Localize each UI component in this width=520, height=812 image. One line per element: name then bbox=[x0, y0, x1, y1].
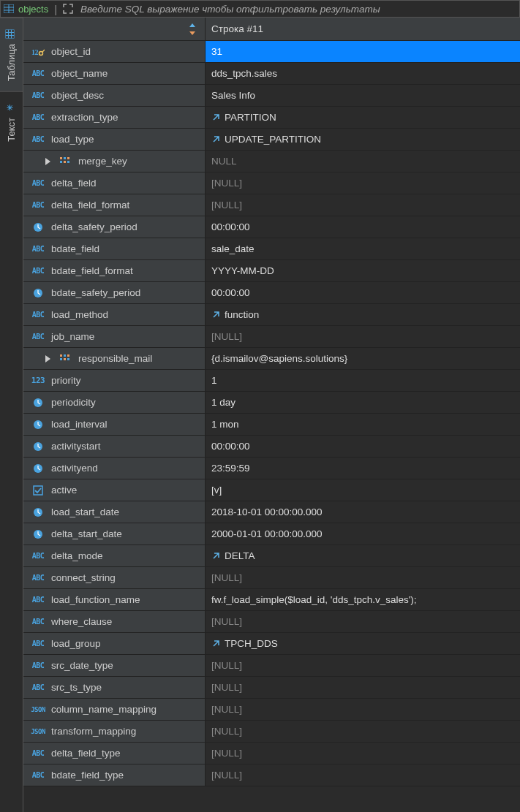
field-value-cell[interactable]: [NULL] bbox=[206, 655, 520, 676]
field-name-cell[interactable]: 123priority bbox=[23, 370, 206, 391]
field-name-cell[interactable]: activityend bbox=[23, 458, 206, 479]
field-name-cell[interactable]: ABCload_function_name bbox=[23, 589, 206, 610]
field-value-cell[interactable]: [NULL] bbox=[206, 677, 520, 698]
field-name-cell[interactable]: ABCdelta_field_type bbox=[23, 743, 206, 764]
field-value-cell[interactable]: function bbox=[206, 304, 520, 325]
field-row[interactable]: ABCbdate_fieldsale_date bbox=[23, 238, 520, 260]
field-row[interactable]: ABCwhere_clause[NULL] bbox=[23, 611, 520, 633]
field-name-cell[interactable]: ABCload_group bbox=[23, 633, 206, 654]
field-row[interactable]: merge_keyNULL bbox=[23, 151, 520, 172]
field-value-cell[interactable]: 31 bbox=[206, 41, 520, 62]
field-row[interactable]: periodicity1 day bbox=[23, 392, 520, 414]
field-name-cell[interactable]: ABCconnect_string bbox=[23, 567, 206, 588]
field-row[interactable]: bdate_safety_period00:00:00 bbox=[23, 282, 520, 304]
field-name-cell[interactable]: ABCsrc_date_type bbox=[23, 655, 206, 676]
field-value-cell[interactable]: [NULL] bbox=[206, 721, 520, 742]
field-name-cell[interactable]: merge_key bbox=[23, 151, 206, 172]
field-row[interactable]: ABCsrc_ts_type[NULL] bbox=[23, 677, 520, 699]
field-value-cell[interactable]: 00:00:00 bbox=[206, 436, 520, 457]
field-row[interactable]: load_start_date2018-10-01 00:00:00.000 bbox=[23, 501, 520, 523]
field-name-cell[interactable]: delta_safety_period bbox=[23, 216, 206, 238]
field-name-cell[interactable]: periodicity bbox=[23, 392, 206, 413]
field-name-cell[interactable]: JSONcolumn_name_mapping bbox=[23, 699, 206, 720]
field-value-cell[interactable]: [NULL] bbox=[206, 611, 520, 632]
field-value-cell[interactable]: fw.f_load_simple($load_id, 'dds_tpch.v_s… bbox=[206, 589, 520, 610]
field-value-cell[interactable]: [NULL] bbox=[206, 699, 520, 720]
fullscreen-icon[interactable] bbox=[63, 4, 73, 14]
field-row[interactable]: ABCbdate_field_type[NULL] bbox=[23, 764, 520, 786]
field-name-cell[interactable]: ABCsrc_ts_type bbox=[23, 677, 206, 698]
field-row[interactable]: ABCload_methodfunction bbox=[23, 304, 520, 326]
field-row[interactable]: ABCextraction_typePARTITION bbox=[23, 107, 520, 129]
tab-text[interactable]: Текст bbox=[0, 91, 23, 152]
field-name-cell[interactable]: JSONtransform_mapping bbox=[23, 721, 206, 742]
field-name-cell[interactable]: ABCload_method bbox=[23, 304, 206, 325]
field-value-cell[interactable]: UPDATE_PARTITION bbox=[206, 129, 520, 150]
field-value-cell[interactable]: PARTITION bbox=[206, 107, 520, 128]
field-row[interactable]: ABCsrc_date_type[NULL] bbox=[23, 655, 520, 677]
field-name-cell[interactable]: ABCdelta_mode bbox=[23, 545, 206, 566]
field-row[interactable]: ABCobject_namedds_tpch.sales bbox=[23, 63, 520, 85]
field-row[interactable]: ABCbdate_field_formatYYYY-MM-DD bbox=[23, 260, 520, 282]
field-name-cell[interactable]: ABCwhere_clause bbox=[23, 611, 206, 632]
field-row[interactable]: 123priority1 bbox=[23, 370, 520, 392]
field-name-cell[interactable]: load_start_date bbox=[23, 501, 206, 523]
field-row[interactable]: activitystart00:00:00 bbox=[23, 436, 520, 458]
field-value-cell[interactable]: NULL bbox=[206, 151, 520, 172]
field-name-cell[interactable]: ABCobject_desc bbox=[23, 85, 206, 106]
field-row[interactable]: ABCload_typeUPDATE_PARTITION bbox=[23, 129, 520, 151]
field-row[interactable]: ABCdelta_field_format[NULL] bbox=[23, 194, 520, 216]
field-value-cell[interactable]: YYYY-MM-DD bbox=[206, 260, 520, 281]
expand-arrow-icon[interactable] bbox=[45, 158, 50, 165]
field-name-cell[interactable]: 12object_id bbox=[23, 41, 206, 62]
field-row[interactable]: ABCobject_descSales Info bbox=[23, 85, 520, 107]
field-value-cell[interactable]: 1 bbox=[206, 370, 520, 391]
field-name-cell[interactable]: bdate_safety_period bbox=[23, 282, 206, 303]
column-resize-handle[interactable] bbox=[23, 18, 206, 40]
field-row[interactable]: ABCdelta_field_type[NULL] bbox=[23, 743, 520, 764]
field-value-cell[interactable]: 2000-01-01 00:00:00.000 bbox=[206, 523, 520, 545]
field-row[interactable]: activityend23:59:59 bbox=[23, 458, 520, 479]
field-value-cell[interactable]: [NULL] bbox=[206, 743, 520, 764]
field-row[interactable]: delta_safety_period00:00:00 bbox=[23, 216, 520, 238]
field-value-cell[interactable]: TPCH_DDS bbox=[206, 633, 520, 654]
field-value-cell[interactable]: [NULL] bbox=[206, 567, 520, 588]
field-row[interactable]: JSONcolumn_name_mapping[NULL] bbox=[23, 699, 520, 721]
field-row[interactable]: ABCjob_name[NULL] bbox=[23, 326, 520, 348]
field-name-cell[interactable]: activitystart bbox=[23, 436, 206, 457]
field-row[interactable]: load_interval1 mon bbox=[23, 414, 520, 436]
field-value-cell[interactable]: [NULL] bbox=[206, 326, 520, 347]
field-name-cell[interactable]: ABCdelta_field bbox=[23, 172, 206, 194]
field-value-cell[interactable]: [NULL] bbox=[206, 172, 520, 194]
field-row[interactable]: ABCdelta_field[NULL] bbox=[23, 172, 520, 194]
field-name-cell[interactable]: ABCbdate_field_type bbox=[23, 764, 206, 786]
field-value-cell[interactable]: {d.ismailov@sapiens.solutions} bbox=[206, 348, 520, 369]
field-name-cell[interactable]: ABCload_type bbox=[23, 129, 206, 150]
results-tab-label[interactable]: objects bbox=[18, 4, 48, 15]
expand-arrow-icon[interactable] bbox=[45, 355, 50, 363]
field-value-cell[interactable]: 1 day bbox=[206, 392, 520, 413]
field-name-cell[interactable]: ABCbdate_field_format bbox=[23, 260, 206, 281]
field-value-cell[interactable]: 1 mon bbox=[206, 414, 520, 435]
field-value-cell[interactable]: 00:00:00 bbox=[206, 282, 520, 303]
field-name-cell[interactable]: load_interval bbox=[23, 414, 206, 435]
field-value-cell[interactable]: [NULL] bbox=[206, 764, 520, 786]
field-name-cell[interactable]: ABCdelta_field_format bbox=[23, 194, 206, 216]
tab-table[interactable]: Таблица bbox=[0, 18, 23, 91]
field-value-cell[interactable]: 00:00:00 bbox=[206, 216, 520, 238]
field-row[interactable]: 12object_id31 bbox=[23, 41, 520, 63]
field-value-cell[interactable]: DELTA bbox=[206, 545, 520, 566]
field-value-cell[interactable]: [NULL] bbox=[206, 194, 520, 216]
field-value-cell[interactable]: [v] bbox=[206, 479, 520, 501]
field-row[interactable]: active[v] bbox=[23, 479, 520, 501]
field-row[interactable]: ABCload_function_namefw.f_load_simple($l… bbox=[23, 589, 520, 611]
field-value-cell[interactable]: sale_date bbox=[206, 238, 520, 259]
field-row[interactable]: JSONtransform_mapping[NULL] bbox=[23, 721, 520, 743]
field-row[interactable]: delta_start_date2000-01-01 00:00:00.000 bbox=[23, 523, 520, 545]
field-name-cell[interactable]: ABCbdate_field bbox=[23, 238, 206, 259]
field-row[interactable]: ABCdelta_modeDELTA bbox=[23, 545, 520, 567]
sort-icon[interactable] bbox=[187, 23, 197, 36]
field-row[interactable]: ABCconnect_string[NULL] bbox=[23, 567, 520, 589]
field-name-cell[interactable]: responsible_mail bbox=[23, 348, 206, 369]
field-value-cell[interactable]: 23:59:59 bbox=[206, 458, 520, 479]
